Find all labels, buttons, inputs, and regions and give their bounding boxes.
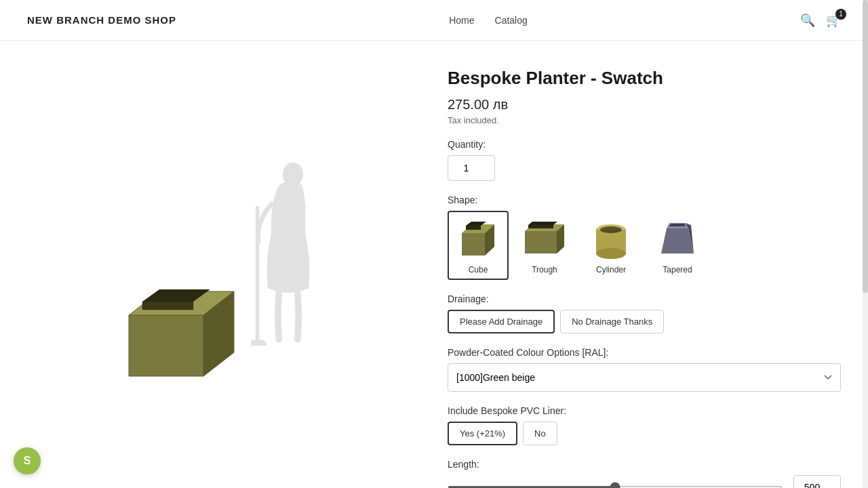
tapered-icon [654, 216, 701, 262]
liner-options: Yes (+21%) No [448, 422, 841, 445]
shape-cube[interactable]: Cube [448, 211, 509, 280]
site-logo: NEW BRANCH DEMO SHOP [27, 14, 176, 26]
cylinder-icon [588, 216, 634, 262]
main-nav: Home Catalog [449, 15, 528, 26]
planter-cube-image [115, 271, 244, 386]
svg-marker-11 [466, 226, 481, 230]
svg-point-20 [596, 248, 626, 259]
shopify-badge[interactable]: S [14, 447, 41, 474]
shape-trough[interactable]: Trough [514, 211, 575, 280]
svg-marker-6 [142, 302, 193, 310]
svg-marker-8 [462, 233, 485, 256]
svg-marker-25 [669, 224, 686, 226]
product-price: 275.00 лв [448, 97, 841, 113]
svg-marker-17 [528, 222, 557, 225]
drainage-add-btn[interactable]: Please Add Drainage [448, 310, 555, 333]
quantity-input[interactable] [448, 155, 495, 181]
human-silhouette [251, 156, 326, 346]
cylinder-label: Cylinder [596, 265, 626, 274]
drainage-options: Please Add Drainage No Drainage Thanks [448, 310, 841, 333]
product-details: Bespoke Planter - Swatch 275.00 лв Tax i… [420, 68, 841, 488]
trough-icon [521, 216, 568, 262]
liner-yes-btn[interactable]: Yes (+21%) [448, 422, 517, 445]
trough-label: Trough [532, 265, 557, 274]
shape-options: Cube Trough [448, 211, 841, 280]
svg-marker-16 [528, 225, 553, 228]
tapered-label: Tapered [663, 265, 692, 274]
length-row [448, 475, 841, 488]
header: NEW BRANCH DEMO SHOP Home Catalog 🔍 🛒 1 [0, 0, 868, 41]
scrollbar[interactable] [863, 0, 868, 488]
svg-marker-3 [129, 315, 203, 376]
cube-icon [455, 216, 501, 262]
svg-marker-13 [525, 231, 557, 253]
liner-label: Include Bespoke PVC Liner: [448, 405, 841, 416]
search-button[interactable]: 🔍 [800, 13, 815, 28]
svg-marker-22 [661, 228, 694, 253]
product-title: Bespoke Planter - Swatch [448, 68, 841, 89]
header-icons: 🔍 🛒 1 [800, 13, 841, 28]
tax-note: Tax included. [448, 115, 841, 125]
length-value-input[interactable] [793, 475, 841, 488]
shopify-icon: S [24, 455, 31, 467]
cart-badge: 1 [835, 9, 846, 20]
colour-select[interactable]: [1000]Green beige [1001]Beige [1002]Sand… [448, 363, 841, 392]
shape-cylinder[interactable]: Cylinder [580, 211, 642, 280]
shape-tapered[interactable]: Tapered [647, 211, 708, 280]
main-content: Bespoke Planter - Swatch 275.00 лв Tax i… [0, 41, 868, 488]
nav-home[interactable]: Home [449, 15, 474, 26]
scroll-thumb [863, 0, 868, 293]
cart-button[interactable]: 🛒 1 [826, 13, 841, 28]
drainage-no-btn[interactable]: No Drainage Thanks [560, 310, 664, 333]
search-icon: 🔍 [800, 14, 815, 27]
svg-point-21 [600, 226, 622, 233]
product-image-section [27, 68, 420, 488]
drainage-label: Drainage: [448, 293, 841, 304]
shape-label: Shape: [448, 195, 841, 205]
svg-point-2 [251, 340, 267, 346]
length-label: Length: [448, 459, 841, 470]
cube-label: Cube [469, 265, 488, 274]
nav-catalog[interactable]: Catalog [495, 15, 528, 26]
liner-no-btn[interactable]: No [523, 422, 557, 445]
colour-label: Powder-Coated Colour Options [RAL]: [448, 347, 841, 358]
quantity-label: Quantity: [448, 139, 841, 150]
